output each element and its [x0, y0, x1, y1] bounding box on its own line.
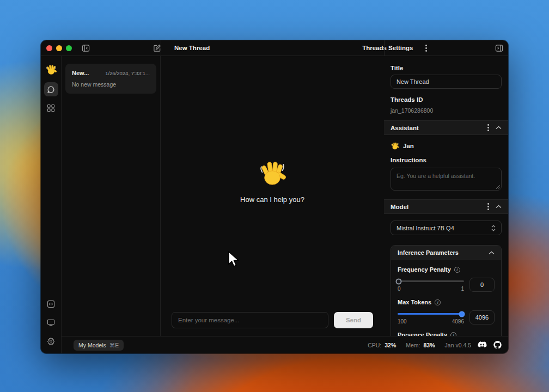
max-tokens-slider[interactable] — [398, 313, 464, 315]
cpu-value: 32% — [385, 342, 396, 348]
status-bar: My Models ⌘E CPU: 32% Mem: 83% Jan v0.4.… — [62, 336, 508, 353]
max-tokens-min: 100 — [398, 318, 407, 324]
threads-id-label: Threads ID — [391, 96, 502, 103]
thread-item-preview: No new message — [72, 81, 150, 88]
inference-parameters-header[interactable]: Inference Parameters — [391, 246, 501, 260]
frequency-penalty-info-icon[interactable]: i — [454, 267, 460, 273]
my-models-label: My Models — [78, 342, 106, 348]
thread-item-timestamp: 1/26/2024, 7:33:1... — [105, 70, 150, 76]
local-api-server-icon[interactable] — [44, 297, 58, 311]
max-tokens-value-input[interactable]: 4096 — [469, 310, 495, 324]
collapse-left-panel-icon[interactable] — [82, 44, 90, 52]
model-section-header[interactable]: Model — [384, 199, 508, 214]
system-monitor-icon[interactable] — [44, 315, 58, 329]
model-select-value: Mistral Instruct 7B Q4 — [396, 225, 491, 231]
mouse-cursor — [228, 251, 240, 267]
left-rail — [41, 56, 62, 353]
model-collapse-chevron-icon[interactable] — [496, 205, 502, 209]
wave-hand-icon — [258, 158, 287, 188]
threads-settings-panel: Title Threads ID jan_1706286800 Assistan… — [384, 56, 508, 336]
select-updown-chevron-icon — [491, 225, 496, 231]
thread-title-input[interactable] — [391, 75, 502, 89]
frequency-penalty-slider-thumb[interactable] — [396, 278, 402, 284]
jan-logo-wave-icon[interactable] — [44, 63, 58, 77]
chat-threads-nav-icon[interactable] — [44, 82, 58, 96]
jan-avatar-wave-icon — [391, 142, 399, 150]
close-window-button[interactable] — [46, 45, 52, 51]
collapse-right-panel-icon[interactable] — [495, 44, 503, 52]
model-header-label: Model — [391, 204, 487, 210]
assistant-section-header[interactable]: Assistant — [384, 120, 508, 135]
inference-parameters-card: Inference Parameters Frequency Penalty i — [391, 245, 502, 336]
frequency-penalty-min: 0 — [398, 286, 401, 292]
frequency-penalty-max: 1 — [461, 286, 464, 292]
zoom-window-button[interactable] — [66, 45, 72, 51]
panel-title: Threads Settings — [362, 45, 413, 51]
main-thread-title: New Thread — [174, 45, 210, 51]
jan-app-window: New Thread Threads Settings — [41, 40, 508, 353]
app-version: Jan v0.4.5 — [445, 342, 471, 348]
presence-penalty-label: Presence Penalty — [398, 332, 447, 336]
frequency-penalty-value-input[interactable]: 0 — [469, 278, 495, 292]
max-tokens-info-icon[interactable]: i — [435, 299, 441, 305]
hub-grid-nav-icon[interactable] — [44, 101, 58, 115]
message-input[interactable] — [172, 312, 328, 328]
desktop-wallpaper: New Thread Threads Settings — [0, 0, 549, 392]
inference-parameters-label: Inference Parameters — [398, 249, 489, 256]
thread-item-title: New... — [72, 70, 89, 76]
thread-list: New... 1/26/2024, 7:33:1... No new messa… — [62, 56, 161, 336]
chat-area: How can I help you? Send — [161, 56, 384, 336]
minimize-window-button[interactable] — [56, 45, 62, 51]
greeting-text: How can I help you? — [161, 195, 384, 204]
inference-collapse-chevron-icon[interactable] — [489, 251, 495, 255]
threads-settings-kebab-icon[interactable] — [425, 45, 427, 52]
presence-penalty-info-icon[interactable]: i — [450, 332, 456, 336]
titlebar-divider — [384, 40, 385, 56]
discord-icon[interactable] — [478, 341, 487, 348]
message-composer: Send — [172, 312, 373, 328]
frequency-penalty-slider[interactable] — [398, 280, 464, 282]
mem-label: Mem: — [406, 342, 420, 348]
max-tokens-label: Max Tokens — [398, 299, 431, 305]
settings-gear-icon[interactable] — [44, 334, 58, 348]
instructions-textarea[interactable] — [391, 168, 502, 191]
frequency-penalty-label: Frequency Penalty — [398, 266, 451, 273]
assistant-identity: Jan — [391, 142, 502, 150]
thread-list-item[interactable]: New... 1/26/2024, 7:33:1... No new messa… — [65, 64, 156, 94]
assistant-header-label: Assistant — [391, 125, 487, 131]
empty-state-greeting: How can I help you? — [161, 158, 384, 204]
github-icon[interactable] — [493, 341, 502, 349]
assistant-collapse-chevron-icon[interactable] — [496, 126, 502, 130]
assistant-name: Jan — [403, 143, 414, 149]
new-thread-pencil-icon[interactable] — [153, 44, 161, 52]
my-models-button[interactable]: My Models ⌘E — [74, 340, 124, 351]
title-label: Title — [391, 65, 502, 71]
threads-id-value: jan_1706286800 — [391, 107, 502, 114]
textarea-resize-grip[interactable] — [496, 185, 500, 189]
titlebar-divider — [161, 40, 161, 56]
mem-value: 83% — [424, 342, 435, 348]
model-kebab-icon[interactable] — [487, 203, 489, 210]
model-select[interactable]: Mistral Instruct 7B Q4 — [391, 220, 502, 235]
instructions-label: Instructions — [391, 157, 502, 163]
assistant-kebab-icon[interactable] — [487, 124, 489, 131]
titlebar: New Thread Threads Settings — [41, 40, 508, 56]
cpu-label: CPU: — [368, 342, 381, 348]
my-models-shortcut: ⌘E — [109, 342, 119, 348]
traffic-lights — [46, 45, 72, 51]
max-tokens-slider-thumb[interactable] — [459, 311, 465, 317]
send-button[interactable]: Send — [334, 312, 373, 328]
max-tokens-max: 4096 — [452, 318, 464, 324]
